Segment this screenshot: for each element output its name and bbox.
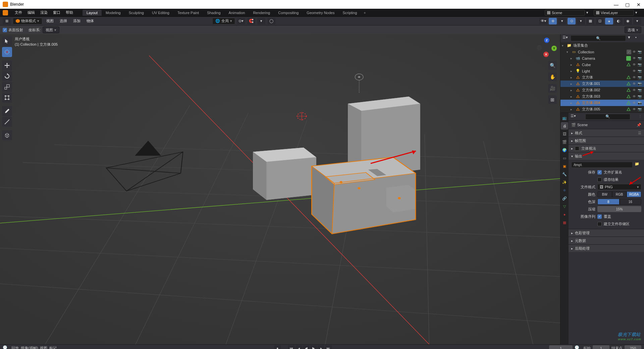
overlay-toggle[interactable]: ⊙ [568, 18, 576, 24]
workspace-layout[interactable]: Layout [83, 10, 102, 16]
play-reverse[interactable]: ◀ [303, 345, 310, 349]
color-bw[interactable]: BW [597, 191, 612, 197]
panel-post[interactable]: ▸后期处理 [569, 245, 644, 252]
eye-icon[interactable]: 👁 [632, 62, 637, 67]
overlay-dropdown[interactable]: ▾ [577, 18, 585, 24]
tool-scale[interactable] [2, 82, 12, 92]
tab-output[interactable]: 🖨 [561, 122, 568, 130]
render-icon[interactable]: 📷 [637, 50, 642, 54]
tab-collection[interactable]: ▭ [561, 154, 568, 162]
panel-format[interactable]: ▸格式 ☰ [569, 129, 644, 137]
panel-metadata[interactable]: ▸元数据 [569, 237, 644, 244]
shading-solid[interactable]: ● [605, 18, 613, 24]
render-icon[interactable]: 📷 [637, 107, 642, 112]
tool-measure[interactable] [2, 117, 12, 127]
shading-material[interactable]: ◐ [614, 18, 623, 24]
tree-item[interactable]: ▸Cube👁📷 [560, 61, 644, 68]
file-format-dropdown[interactable]: 🖼 PNG ▾ [597, 184, 641, 190]
preset-icon[interactable]: ☰ [638, 131, 641, 135]
properties-search[interactable]: 🔍 [585, 114, 630, 120]
timeline-view-menu[interactable]: 视图 [40, 346, 47, 349]
autokey-toggle[interactable]: ● [274, 345, 281, 349]
shading-dropdown[interactable]: ▾ [633, 18, 641, 24]
menu-file[interactable]: 文件 [12, 10, 25, 15]
depth-16[interactable]: 16 [620, 199, 642, 205]
add-workspace-button[interactable]: + [361, 11, 368, 15]
gizmo-toggle[interactable]: ⊕ [549, 18, 557, 24]
tab-constraints[interactable]: 🔗 [561, 195, 568, 202]
tool-move[interactable] [2, 60, 12, 70]
workspace-geometrynodes[interactable]: Geometry Nodes [303, 10, 338, 16]
file-ext-checkbox[interactable] [597, 170, 602, 174]
tool-transform[interactable] [2, 93, 12, 103]
tab-material[interactable]: ● [561, 211, 568, 218]
render-icon[interactable]: 📷 [637, 82, 642, 86]
outliner-tree[interactable]: ▾ 📁 场景集合 ▾ ▭ Collection ✓👁📷 ▸📹Camera👁📷▸C… [560, 42, 644, 112]
shading-wireframe[interactable]: ⊡ [596, 18, 604, 24]
tab-scene[interactable]: 🎬 [561, 138, 568, 146]
tree-item[interactable]: ▸立方体.005👁📷 [560, 106, 644, 112]
tree-collection[interactable]: ▾ ▭ Collection ✓👁📷 [560, 49, 644, 55]
jump-end[interactable]: ⏭ [325, 345, 332, 349]
tree-scene-collection[interactable]: ▾ 📁 场景集合 [560, 42, 644, 49]
timeline-marker-menu[interactable]: 标记 [49, 346, 57, 349]
eye-icon[interactable]: 👁 [632, 69, 637, 73]
minimize-button[interactable]: — [614, 2, 619, 7]
tab-texture[interactable]: ▦ [561, 219, 568, 226]
eye-icon[interactable]: 👁 [632, 107, 637, 112]
tool-annotate[interactable] [2, 106, 12, 116]
scene-selector[interactable]: Scene [545, 10, 585, 16]
gizmo-dropdown[interactable]: ▾ [558, 18, 566, 24]
tool-cursor[interactable] [2, 47, 12, 57]
proportional-toggle[interactable]: ◯ [267, 18, 275, 24]
tab-data[interactable]: ▽ [561, 203, 568, 210]
maximize-button[interactable]: ▢ [625, 2, 630, 7]
tab-object[interactable]: ▣ [561, 162, 568, 170]
render-icon[interactable]: 📷 [637, 56, 642, 61]
timeline-keying-menu[interactable]: 抠像(插帧) [21, 346, 38, 349]
workspace-texturepaint[interactable]: Texture Paint [173, 10, 203, 16]
tree-item[interactable]: ▸立方体.001👁📷 [560, 81, 644, 87]
properties-type-dropdown[interactable]: ☰▾ [571, 114, 577, 120]
viewlayer-selector[interactable]: ViewLayer [594, 10, 634, 16]
camera-view-button[interactable]: 🎥 [548, 84, 557, 93]
play[interactable]: ▶ [310, 345, 317, 349]
placeholders-checkbox[interactable] [597, 222, 602, 226]
eye-icon[interactable]: 👁 [632, 88, 637, 93]
tree-item[interactable]: ▸💡Light👁📷 [560, 68, 644, 74]
preview-range-toggle[interactable]: 🕐 [575, 345, 581, 349]
render-icon[interactable]: 📷 [637, 75, 642, 80]
tree-item[interactable]: ▸立方体.003👁📷 [560, 93, 644, 100]
depth-8[interactable]: 8 [597, 199, 620, 205]
scene-new-button[interactable]: ▾ [586, 10, 592, 15]
gizmo-neg-axis[interactable] [537, 45, 542, 50]
panel-stereo[interactable]: ▸ 立体视法 [569, 145, 644, 152]
eye-icon[interactable]: 👁 [632, 101, 637, 105]
add-menu[interactable]: 添加 [71, 18, 83, 23]
outliner-new-collection[interactable]: • [635, 35, 642, 41]
eye-icon[interactable]: 👁 [632, 50, 637, 54]
view-menu[interactable]: 视图 [44, 18, 56, 23]
panel-frame-range[interactable]: ▸帧范围 [569, 137, 644, 144]
cache-result-checkbox[interactable] [597, 178, 602, 182]
render-icon[interactable]: 📷 [637, 88, 642, 93]
stereo-checkbox[interactable] [575, 146, 579, 151]
check-icon[interactable]: ✓ [627, 50, 631, 54]
xray-toggle[interactable]: ▦ [586, 18, 594, 24]
tab-particles[interactable]: ✨ [561, 179, 568, 186]
viewlayer-new-button[interactable]: ▾ [635, 10, 641, 15]
panel-color-mgmt[interactable]: ▸色彩管理 [569, 229, 644, 237]
workspace-uvediting[interactable]: UV Editing [148, 10, 173, 16]
workspace-animation[interactable]: Animation [225, 10, 249, 16]
eye-icon[interactable]: 👁 [632, 82, 637, 86]
color-mode-group[interactable]: BW RGB RGBA [597, 191, 641, 197]
select-menu[interactable]: 选择 [58, 18, 69, 23]
current-frame[interactable]: 1 [549, 345, 573, 349]
menu-render[interactable]: 渲染 [38, 10, 50, 15]
start-frame[interactable]: 1 [593, 345, 609, 349]
pan-button[interactable]: ✋ [548, 72, 557, 81]
tab-physics[interactable]: ⚛ [561, 187, 568, 194]
end-frame[interactable]: 250 [625, 345, 641, 349]
render-icon[interactable]: 📷 [637, 94, 642, 99]
menu-window[interactable]: 窗口 [50, 10, 63, 15]
